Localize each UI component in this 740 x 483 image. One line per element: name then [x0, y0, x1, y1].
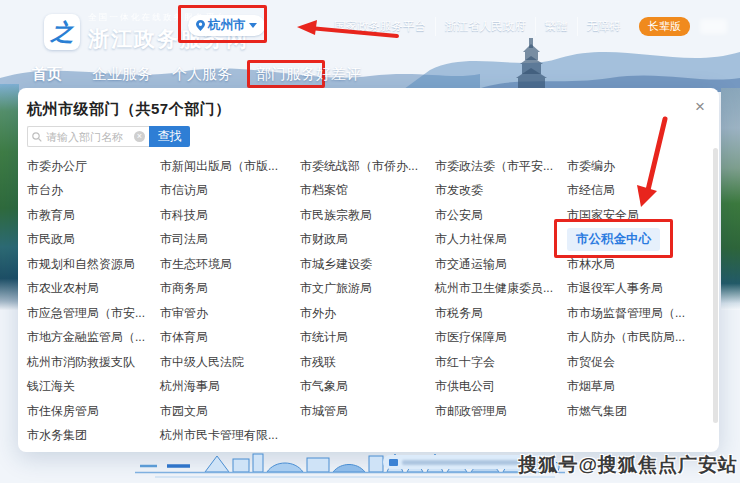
department-link[interactable]: 市税务局 [435, 305, 567, 322]
main-nav: 首页企业服务个人服务部门服务好差评 [0, 60, 740, 88]
department-link[interactable]: 市住保房管局 [27, 403, 160, 420]
department-link[interactable]: 市医疗保障局 [435, 329, 567, 346]
location-pin-icon [196, 20, 205, 31]
search-button[interactable]: 查找 [149, 126, 190, 147]
department-link[interactable]: 市人力社保局 [435, 231, 567, 248]
department-link[interactable]: 市国家安全局 [567, 207, 717, 224]
department-link[interactable]: 市公安局 [435, 207, 567, 224]
department-grid: 市委办公厅市新闻出版局（市版...市委统战部（市侨办...市委政法委（市平安..… [27, 154, 717, 448]
department-link[interactable]: 市司法局 [160, 231, 300, 248]
page: 之 全国一体化在线政务服务平台 浙江政务服务网 杭州市 国家政务服务平台浙江省人… [0, 0, 740, 483]
department-link[interactable]: 市档案馆 [300, 182, 435, 199]
top-link[interactable]: 无障碍 [577, 17, 631, 36]
department-link[interactable]: 市委编办 [567, 158, 717, 175]
department-link[interactable]: 市发改委 [435, 182, 567, 199]
banner-left-strip [0, 84, 19, 310]
department-link[interactable]: 市交通运输局 [435, 256, 567, 273]
department-link[interactable]: 市公积金中心 [567, 228, 660, 251]
department-link[interactable]: 杭州海事局 [160, 378, 300, 395]
department-link[interactable]: 市残联 [300, 354, 435, 371]
elder-version-button[interactable]: 长辈版 [639, 17, 690, 36]
department-link[interactable]: 市农业农村局 [27, 280, 160, 297]
city-selector-label: 杭州市 [208, 17, 246, 34]
department-link[interactable]: 市委政法委（市平安... [435, 158, 567, 175]
department-link[interactable]: 市审管办 [160, 305, 300, 322]
departments-modal: 杭州市级部门（共57个部门） × × 查找 市委办公厅市新闻出版局（市版...市… [18, 88, 719, 452]
department-link[interactable]: 杭州市消防救援支队 [27, 354, 160, 371]
footer-mini-icon [389, 459, 398, 466]
search-input[interactable] [46, 131, 130, 143]
watermark-text: 搜狐号@搜狐焦点广安站 [518, 452, 738, 478]
department-link[interactable]: 市教育局 [27, 207, 160, 224]
department-link[interactable]: 市水务集团 [27, 427, 160, 444]
caret-down-icon [249, 23, 257, 28]
department-link[interactable]: 市民政局 [27, 231, 160, 248]
search-icon [32, 132, 42, 142]
department-link[interactable]: 市民族宗教局 [300, 207, 435, 224]
department-link[interactable]: 市文广旅游局 [300, 280, 435, 297]
department-link[interactable]: 市统计局 [300, 329, 435, 346]
search-row: × 查找 [27, 126, 190, 147]
department-link[interactable]: 市中级人民法院 [160, 354, 300, 371]
nav-item[interactable]: 企业服务 [92, 65, 152, 84]
site-logo: 之 [44, 14, 80, 50]
department-link[interactable]: 市科技局 [160, 207, 300, 224]
department-link[interactable]: 市市场监督管理局（... [567, 305, 717, 322]
top-link[interactable]: 国家政务服务平台 [325, 17, 435, 36]
department-link[interactable]: 市体育局 [160, 329, 300, 346]
city-selector-button[interactable]: 杭州市 [188, 15, 265, 36]
department-link[interactable]: 市林水局 [567, 256, 717, 273]
department-link[interactable]: 市退役军人事务局 [567, 280, 717, 297]
nav-item[interactable]: 部门服务 [256, 65, 316, 84]
department-link[interactable]: 市地方金融监管局（... [27, 329, 160, 346]
nav-item[interactable]: 好差评 [316, 65, 361, 84]
department-link[interactable]: 市规划和自然资源局 [27, 256, 160, 273]
department-link[interactable]: 市气象局 [300, 378, 435, 395]
department-link[interactable]: 市城乡建设委 [300, 256, 435, 273]
department-link[interactable]: 市外办 [300, 305, 435, 322]
department-link[interactable]: 市城管局 [300, 403, 435, 420]
top-link[interactable]: 浙江省人民政府 [435, 17, 535, 36]
top-links: 国家政务服务平台浙江省人民政府繁體无障碍 长辈版 [325, 17, 727, 36]
department-link[interactable]: 市新闻出版局（市版... [160, 158, 300, 175]
department-link[interactable]: 市商务局 [160, 280, 300, 297]
department-link[interactable]: 市委统战部（市侨办... [300, 158, 435, 175]
department-link[interactable]: 市人防办（市民防局... [567, 329, 717, 346]
department-link[interactable]: 市经信局 [567, 182, 717, 199]
department-link[interactable]: 市燃气集团 [567, 403, 717, 420]
blurred-user-area[interactable] [700, 19, 727, 34]
department-link[interactable]: 市台办 [27, 182, 160, 199]
nav-item[interactable]: 首页 [32, 65, 62, 84]
department-link[interactable]: 市应急管理局（市安... [27, 305, 160, 322]
nav-item[interactable]: 个人服务 [172, 65, 232, 84]
department-link[interactable]: 市供电公司 [435, 378, 567, 395]
department-link[interactable]: 市园文局 [160, 403, 300, 420]
department-link[interactable]: 市信访局 [160, 182, 300, 199]
department-link[interactable]: 杭州市民卡管理有限... [160, 427, 300, 444]
clear-icon[interactable]: × [134, 131, 145, 142]
department-link[interactable]: 市财政局 [300, 231, 435, 248]
banner-right-strip [721, 88, 740, 310]
department-link[interactable]: 市红十字会 [435, 354, 567, 371]
department-link[interactable]: 市邮政管理局 [435, 403, 567, 420]
department-link[interactable]: 市生态环境局 [160, 256, 300, 273]
close-icon[interactable]: × [695, 98, 705, 115]
modal-title: 杭州市级部门（共57个部门） [27, 100, 231, 119]
department-link[interactable]: 市烟草局 [567, 378, 717, 395]
department-link[interactable]: 市贸促会 [567, 354, 717, 371]
search-box: × [27, 126, 149, 147]
modal-scrollbar[interactable] [713, 148, 718, 423]
department-link[interactable]: 市委办公厅 [27, 158, 160, 175]
top-link[interactable]: 繁體 [535, 17, 577, 36]
department-link[interactable]: 杭州市卫生健康委员... [435, 280, 567, 297]
department-link[interactable]: 钱江海关 [27, 378, 160, 395]
